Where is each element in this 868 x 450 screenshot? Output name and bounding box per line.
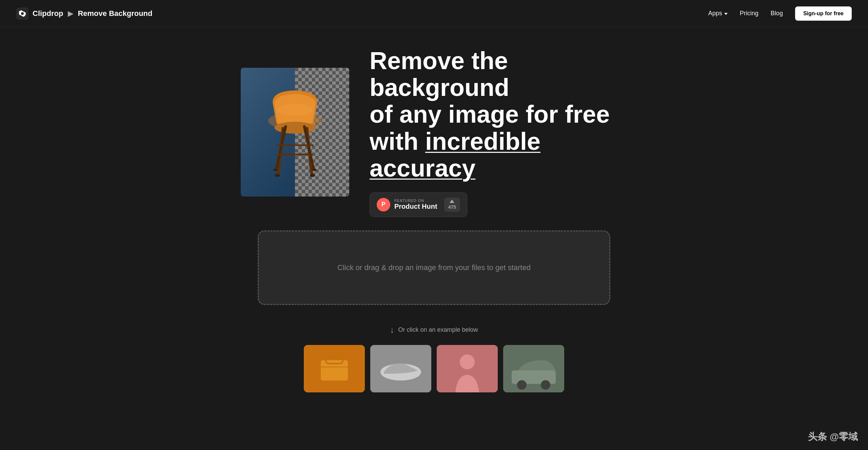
brand-arrow: ▶ [68, 9, 73, 18]
upvote-triangle-icon [450, 200, 454, 203]
product-hunt-featured-on: FEATURED ON [394, 199, 437, 203]
svg-line-8 [304, 126, 314, 169]
example-image-2[interactable] [370, 345, 431, 392]
product-hunt-vote-count: 475 [448, 204, 456, 210]
dropzone[interactable]: Click or drag & drop an image from your … [258, 230, 610, 305]
product-hunt-votes: 475 [444, 198, 460, 212]
svg-point-22 [460, 354, 475, 369]
navbar-left: Clipdrop ▶ Remove Background [16, 7, 153, 20]
svg-point-3 [277, 104, 313, 116]
product-hunt-text: FEATURED ON Product Hunt [394, 199, 437, 210]
example-image-1[interactable] [304, 345, 365, 392]
hero-heading-line2: of any image for free [370, 101, 610, 128]
product-hunt-badge[interactable]: P FEATURED ON Product Hunt 475 [370, 192, 467, 217]
hero-text: Remove the background of any image for f… [370, 47, 627, 217]
or-click-text: Or click on an example below [398, 326, 478, 333]
clipdrop-logo-icon [16, 7, 28, 20]
svg-point-14 [312, 169, 317, 171]
hero-heading: Remove the background of any image for f… [370, 47, 627, 182]
svg-point-12 [310, 174, 315, 177]
svg-point-4 [275, 122, 316, 134]
examples-row [231, 345, 637, 413]
watermark: 头条 @零域 [808, 430, 858, 443]
nav-pricing-link[interactable]: Pricing [740, 10, 758, 17]
hero-heading-line1: Remove the background [370, 47, 509, 101]
signup-button[interactable]: Sign-up for free [795, 6, 852, 21]
dropzone-wrapper: Click or drag & drop an image from your … [231, 230, 637, 319]
navbar-brand[interactable]: Clipdrop ▶ Remove Background [33, 9, 153, 18]
nav-apps-link[interactable]: Apps [708, 10, 728, 17]
svg-point-26 [541, 380, 550, 390]
hero-image [241, 68, 349, 197]
example-image-4[interactable] [503, 345, 564, 392]
chevron-down-icon [724, 13, 728, 15]
brand-name: Clipdrop [33, 9, 63, 18]
nav-blog-link[interactable]: Blog [771, 10, 783, 17]
nav-pricing-label: Pricing [740, 10, 758, 17]
brand-page-title: Remove Background [78, 9, 152, 18]
chair-illustration [258, 80, 332, 185]
svg-point-25 [517, 380, 527, 390]
svg-point-13 [273, 169, 278, 171]
svg-point-11 [275, 174, 280, 177]
hero-section: Remove the background of any image for f… [197, 27, 671, 230]
svg-point-1 [21, 12, 24, 15]
hero-heading-line3-prefix: with [370, 128, 425, 155]
example-image-3[interactable] [437, 345, 498, 392]
product-hunt-name: Product Hunt [394, 203, 437, 210]
or-click-section: ↓ Or click on an example below [0, 319, 868, 345]
svg-line-7 [276, 126, 286, 169]
dropzone-placeholder: Click or drag & drop an image from your … [337, 263, 531, 272]
arrow-down-icon: ↓ [390, 325, 394, 335]
product-hunt-logo: P [377, 198, 390, 211]
navbar-right: Apps Pricing Blog Sign-up for free [708, 6, 852, 21]
nav-blog-label: Blog [771, 10, 783, 17]
nav-apps-label: Apps [708, 10, 722, 17]
navbar: Clipdrop ▶ Remove Background Apps Pricin… [0, 0, 868, 27]
chair-svg-wrapper [241, 68, 349, 197]
